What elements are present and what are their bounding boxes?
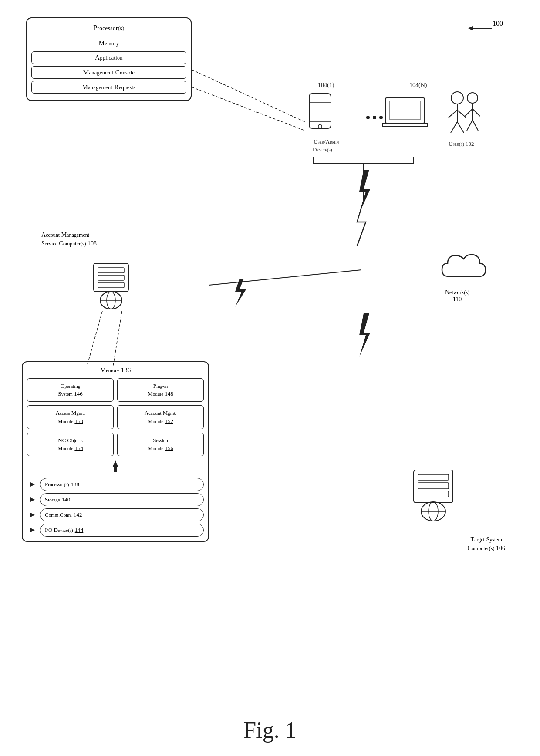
svg-line-47 [87, 311, 102, 366]
management-console-label: Management Console [31, 66, 186, 79]
svg-point-42 [100, 292, 122, 309]
svg-point-17 [318, 124, 322, 128]
processor-label: Processor(s) [31, 22, 186, 34]
memory-grid: Operating System 146 Plug-in Module 148 … [27, 378, 204, 456]
svg-line-32 [472, 120, 478, 131]
svg-rect-52 [418, 491, 449, 497]
svg-rect-40 [98, 275, 124, 280]
svg-point-12 [373, 116, 376, 119]
svg-line-25 [451, 122, 457, 133]
svg-marker-0 [112, 460, 118, 472]
operating-system-cell: Operating System 146 [27, 378, 114, 402]
svg-line-7 [192, 70, 305, 122]
memory-label: Memory [31, 37, 186, 49]
svg-rect-38 [94, 263, 128, 292]
svg-rect-20 [390, 101, 420, 120]
svg-marker-2 [30, 497, 35, 502]
svg-marker-6 [468, 26, 472, 30]
svg-rect-18 [385, 98, 425, 123]
memory-136-title: Memory 136 [27, 366, 204, 374]
svg-line-29 [465, 109, 472, 116]
svg-point-43 [107, 292, 115, 309]
mem-bottom-rows: Processor(s) 138 Storage 140 Comm. Conn.… [27, 478, 204, 537]
svg-rect-51 [418, 483, 449, 489]
session-module-cell: Session Module 156 [117, 433, 204, 456]
network-label: Network(s) 110 [418, 289, 496, 303]
storage-140-row: Storage 140 [40, 493, 204, 506]
svg-line-46 [209, 270, 361, 285]
svg-marker-45 [235, 279, 246, 307]
svg-rect-19 [382, 123, 428, 127]
svg-text:Device(s): Device(s) [313, 146, 332, 153]
target-system-label: Target System Computer(s) 106 [468, 535, 506, 552]
top-processor-box: Processor(s) Memory Application Manageme… [26, 17, 192, 101]
svg-line-26 [457, 122, 464, 133]
svg-marker-1 [30, 482, 35, 487]
application-label: Application [31, 51, 186, 64]
io-devices-row: I/O Device(s) 144 [40, 524, 204, 537]
svg-line-24 [457, 110, 466, 118]
svg-line-30 [472, 109, 480, 116]
svg-rect-49 [414, 470, 453, 503]
svg-line-31 [467, 120, 472, 131]
svg-line-8 [192, 87, 305, 131]
svg-text:User/Admin: User/Admin [314, 138, 339, 145]
svg-rect-41 [98, 282, 124, 288]
processor-138-row: Processor(s) 138 [40, 478, 204, 491]
svg-line-48 [113, 311, 122, 366]
svg-text:User(s) 102: User(s) 102 [449, 141, 474, 147]
plugin-module-cell: Plug-in Module 148 [117, 378, 204, 402]
svg-text:104(N): 104(N) [409, 82, 427, 89]
svg-line-23 [449, 110, 457, 118]
nc-objects-cell: NC Objects Module 154 [27, 433, 114, 456]
figure-label: Fig. 1 [243, 717, 296, 743]
svg-text:104(1): 104(1) [318, 82, 334, 89]
svg-rect-14 [309, 94, 331, 128]
network-cloud-container: Network(s) 110 [418, 246, 496, 303]
svg-marker-36 [359, 170, 370, 213]
access-mgmt-cell: Access Mgmt. Module 150 [27, 405, 114, 429]
svg-point-11 [366, 116, 370, 119]
comm-conn-row: Comm. Conn. 142 [40, 508, 204, 521]
svg-marker-3 [30, 512, 35, 517]
svg-point-21 [451, 92, 463, 104]
acct-mgmt-label: Account Management Service Computer(s) 1… [41, 231, 97, 248]
cloud-icon [422, 246, 492, 289]
svg-rect-50 [418, 474, 449, 480]
ref-100: 100 [493, 20, 503, 27]
svg-point-54 [429, 502, 438, 521]
svg-marker-37 [359, 313, 370, 357]
svg-marker-4 [30, 528, 35, 533]
svg-point-13 [379, 116, 383, 119]
management-requests-label: Management Requests [31, 81, 186, 94]
svg-point-53 [421, 502, 446, 521]
memory-136-box: Memory 136 Operating System 146 Plug-in … [22, 361, 209, 542]
svg-rect-39 [98, 268, 124, 273]
account-mgmt-cell: Account Mgmt. Module 152 [117, 405, 204, 429]
svg-point-27 [467, 93, 478, 103]
